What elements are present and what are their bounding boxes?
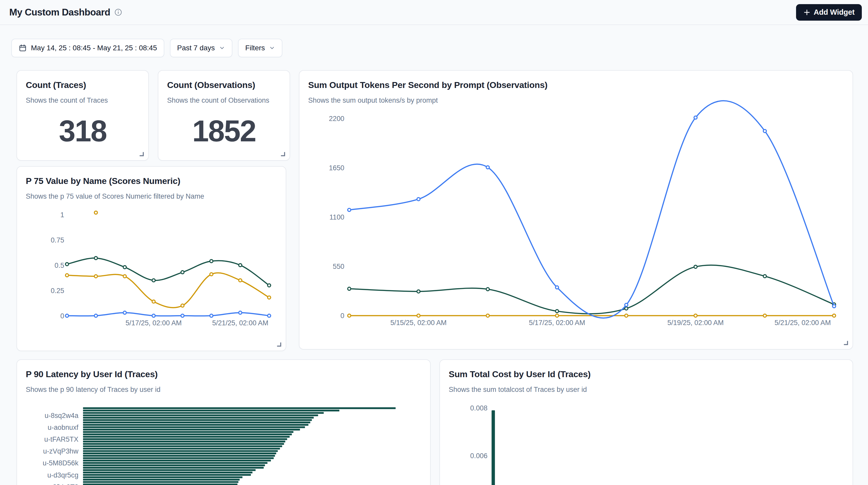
chevron-down-icon: [269, 45, 275, 51]
toolbar: May 14, 25 : 08:45 - May 21, 25 : 08:45 …: [11, 39, 282, 57]
plus-icon: [803, 9, 810, 16]
resize-handle-icon[interactable]: [842, 339, 849, 346]
p75-scores-line-chart[interactable]: 10.750.50.2505/17/25, 02:00 AM5/21/25, 0…: [17, 166, 286, 351]
svg-text:u-8sq2w4a: u-8sq2w4a: [44, 412, 79, 420]
svg-text:u-d3qr5cg: u-d3qr5cg: [47, 471, 79, 479]
svg-text:0.006: 0.006: [470, 452, 487, 460]
header: My Custom Dashboard Add Widget: [0, 0, 868, 25]
svg-text:0.75: 0.75: [51, 236, 64, 244]
widget-tokens-per-second: Sum Output Tokens Per Second by Prompt (…: [299, 70, 853, 350]
svg-text:5/21/25, 02:00 AM: 5/21/25, 02:00 AM: [775, 319, 831, 327]
widget-p90-latency: P 90 Latency by User Id (Traces) Shows t…: [17, 359, 431, 485]
tokens-per-second-line-chart[interactable]: 22001650110055005/15/25, 02:00 AM5/17/25…: [300, 71, 852, 349]
info-icon[interactable]: [115, 8, 122, 16]
svg-text:u-zVqP3hw: u-zVqP3hw: [43, 447, 79, 455]
svg-text:u-8fVa9T3: u-8fVa9T3: [47, 483, 79, 485]
svg-text:5/17/25, 02:00 AM: 5/17/25, 02:00 AM: [126, 319, 182, 327]
date-preset-label: Past 7 days: [177, 44, 215, 52]
widget-count-observations: Count (Observations) Shows the count of …: [158, 70, 290, 161]
chevron-down-icon: [219, 45, 225, 51]
svg-text:1650: 1650: [329, 164, 344, 172]
calendar-icon: [19, 44, 27, 52]
date-preset-button[interactable]: Past 7 days: [170, 39, 232, 57]
widget-title: Count (Observations): [167, 80, 255, 90]
svg-text:1: 1: [60, 211, 64, 219]
svg-text:0: 0: [340, 312, 344, 320]
add-widget-button[interactable]: Add Widget: [796, 4, 862, 21]
svg-text:1100: 1100: [330, 213, 344, 221]
svg-text:550: 550: [333, 263, 344, 270]
svg-text:0.008: 0.008: [470, 404, 487, 412]
filters-button[interactable]: Filters: [238, 39, 282, 57]
widget-title: Count (Traces): [26, 80, 86, 90]
widget-total-cost: Sum Total Cost by User Id (Traces) Shows…: [439, 359, 853, 485]
add-widget-label: Add Widget: [814, 8, 855, 17]
date-range-button[interactable]: May 14, 25 : 08:45 - May 21, 25 : 08:45: [11, 39, 164, 57]
resize-handle-icon[interactable]: [279, 150, 286, 157]
svg-text:0.5: 0.5: [55, 262, 64, 269]
count-traces-value: 318: [17, 110, 148, 152]
widget-p75-scores: P 75 Value by Name (Scores Numeric) Show…: [17, 166, 286, 351]
svg-text:0.25: 0.25: [51, 287, 64, 295]
svg-text:u-aobnuxf: u-aobnuxf: [48, 424, 79, 431]
widget-subtitle: Shows the count of Traces: [26, 96, 108, 104]
count-observations-value: 1852: [158, 110, 289, 152]
widget-subtitle: Shows the count of Observations: [167, 96, 269, 104]
resize-handle-icon[interactable]: [138, 150, 145, 157]
total-cost-bar-chart[interactable]: 0.0080.006: [440, 360, 852, 485]
svg-text:5/19/25, 02:00 AM: 5/19/25, 02:00 AM: [668, 319, 723, 327]
date-range-label: May 14, 25 : 08:45 - May 21, 25 : 08:45: [31, 44, 157, 52]
resize-handle-icon[interactable]: [275, 341, 282, 347]
svg-text:u-tFAR5TX: u-tFAR5TX: [44, 435, 79, 443]
svg-text:5/17/25, 02:00 AM: 5/17/25, 02:00 AM: [529, 319, 585, 327]
widget-count-traces: Count (Traces) Shows the count of Traces…: [17, 70, 149, 161]
svg-text:2200: 2200: [329, 115, 344, 123]
svg-text:0: 0: [60, 312, 64, 320]
svg-text:5/15/25, 02:00 AM: 5/15/25, 02:00 AM: [391, 319, 446, 327]
svg-text:5/21/25, 02:00 AM: 5/21/25, 02:00 AM: [212, 319, 269, 327]
svg-text:u-5M8D56k: u-5M8D56k: [43, 459, 79, 467]
page-title: My Custom Dashboard: [9, 7, 111, 18]
filters-label: Filters: [245, 44, 265, 52]
p90-latency-bar-chart[interactable]: u-8sq2w4au-aobnuxfu-tFAR5TXu-zVqP3hwu-5M…: [17, 360, 430, 485]
